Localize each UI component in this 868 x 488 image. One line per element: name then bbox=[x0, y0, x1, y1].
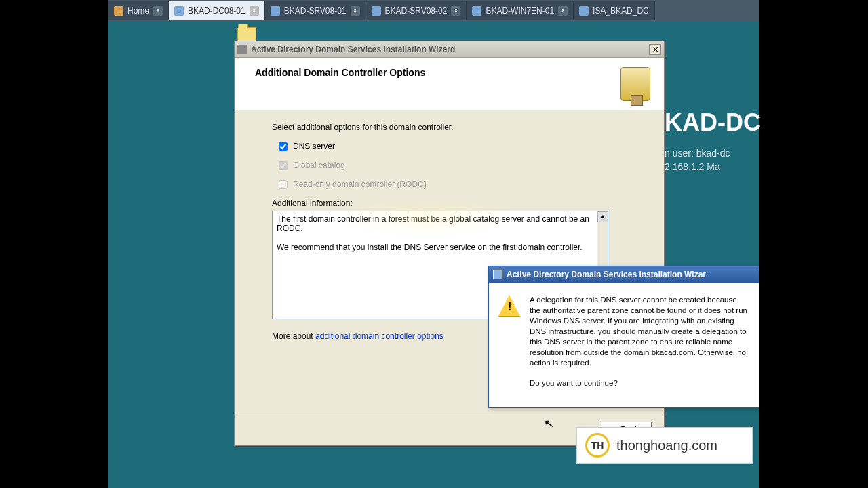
tab-srv08-01[interactable]: BKAD-SRV08-01× bbox=[265, 1, 366, 20]
tab-srv08-02[interactable]: BKAD-SRV08-02× bbox=[366, 1, 467, 20]
gc-checkbox bbox=[279, 161, 288, 170]
vm-icon bbox=[472, 6, 481, 16]
info-para-2: We recommend that you install the DNS Se… bbox=[277, 243, 604, 252]
more-link[interactable]: additional domain controller options bbox=[315, 331, 443, 341]
close-icon[interactable]: × bbox=[351, 6, 360, 16]
tab-label: Home bbox=[127, 6, 149, 16]
dns-checkbox[interactable] bbox=[279, 142, 288, 151]
info-para-1: The first domain controller in a forest … bbox=[277, 214, 604, 233]
desktop-ip: 2.168.1.2 Ma bbox=[665, 161, 720, 172]
gc-label: Global catalog bbox=[293, 161, 345, 170]
popup-question: Do you want to continue? bbox=[530, 378, 749, 389]
popup-body: A delegation for this DNS server cannot … bbox=[530, 295, 749, 369]
additional-info-label: Additional information: bbox=[272, 199, 627, 208]
option-rodc: Read-only domain controller (RODC) bbox=[279, 180, 627, 189]
tab-label: BKAD-DC08-01 bbox=[188, 6, 245, 16]
tab-label: ISA_BKAD_DC bbox=[593, 6, 649, 16]
page-heading: Additional Domain Controller Options bbox=[255, 67, 425, 78]
tab-label: BKAD-SRV08-01 bbox=[284, 6, 347, 16]
vm-icon bbox=[372, 6, 381, 16]
mouse-cursor-icon: ↖ bbox=[543, 415, 555, 432]
desktop-user: n user: bkad-dc bbox=[665, 148, 730, 159]
window-title: Active Directory Domain Services Install… bbox=[251, 45, 649, 54]
tab-label: BKAD-SRV08-02 bbox=[385, 6, 448, 16]
tab-isa[interactable]: ISA_BKAD_DC bbox=[574, 1, 655, 20]
close-icon[interactable]: × bbox=[558, 6, 568, 16]
dns-delegation-popup: Active Directory Domain Services Install… bbox=[488, 266, 760, 408]
app-icon bbox=[237, 45, 247, 54]
tab-dc08[interactable]: BKAD-DC08-01× bbox=[169, 1, 265, 20]
popup-titlebar[interactable]: Active Directory Domain Services Install… bbox=[489, 266, 759, 283]
wizard-header: Additional Domain Controller Options bbox=[235, 58, 664, 110]
close-button[interactable]: ✕ bbox=[649, 44, 661, 55]
popup-title: Active Directory Domain Services Install… bbox=[507, 270, 706, 279]
tab-home[interactable]: Home× bbox=[108, 1, 169, 20]
app-icon bbox=[493, 270, 502, 279]
rodc-checkbox bbox=[279, 180, 288, 189]
wizard-prompt: Select additional options for this domai… bbox=[272, 123, 627, 132]
rodc-label: Read-only domain controller (RODC) bbox=[293, 180, 427, 189]
close-icon[interactable]: × bbox=[451, 6, 460, 16]
close-icon[interactable]: × bbox=[250, 6, 259, 16]
vm-icon bbox=[174, 6, 184, 16]
book-icon bbox=[620, 67, 650, 101]
option-gc: Global catalog bbox=[279, 161, 627, 170]
browser-tabstrip: Home× BKAD-DC08-01× BKAD-SRV08-01× BKAD-… bbox=[108, 0, 760, 22]
folder-icon[interactable] bbox=[237, 27, 256, 42]
desktop-hostname: KAD-DC bbox=[665, 108, 761, 137]
scroll-up-icon[interactable]: ▲ bbox=[597, 211, 608, 222]
warning-icon: ! bbox=[498, 295, 520, 317]
dns-label: DNS server bbox=[293, 142, 335, 151]
vm-icon bbox=[579, 6, 589, 16]
brand-overlay: TH thonghoang.com bbox=[576, 427, 753, 464]
option-dns[interactable]: DNS server bbox=[279, 142, 627, 151]
brand-logo: TH bbox=[585, 433, 610, 458]
close-icon[interactable]: × bbox=[153, 6, 163, 16]
brand-text: thonghoang.com bbox=[616, 438, 717, 453]
vm-icon bbox=[271, 6, 280, 16]
home-icon bbox=[114, 6, 123, 16]
tab-win7en[interactable]: BKAD-WIN7EN-01× bbox=[467, 1, 574, 20]
wizard-titlebar[interactable]: Active Directory Domain Services Install… bbox=[235, 41, 664, 58]
tab-label: BKAD-WIN7EN-01 bbox=[486, 6, 554, 16]
